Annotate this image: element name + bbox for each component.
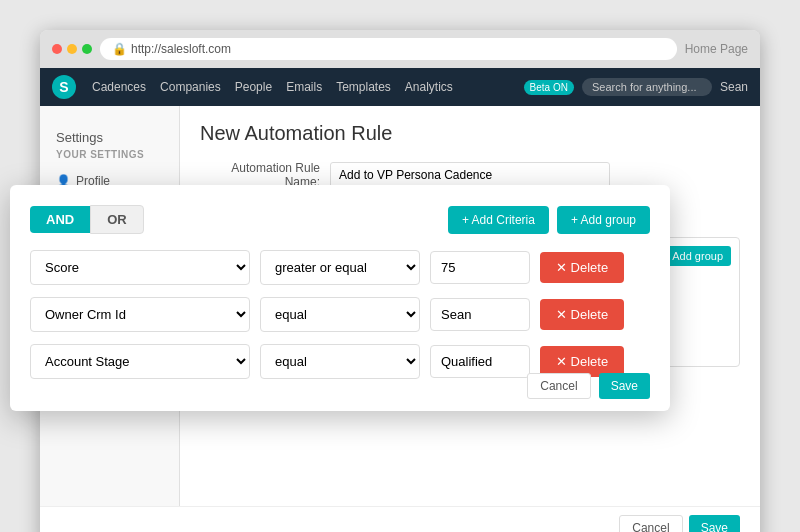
overlay-cancel-button[interactable]: Cancel — [527, 373, 590, 399]
page-title: New Automation Rule — [200, 122, 740, 145]
nav-right: Beta ON Search for anything... Sean — [524, 78, 748, 96]
nav-emails[interactable]: Emails — [286, 80, 322, 94]
overlay-save-button[interactable]: Save — [599, 373, 650, 399]
overlay-criteria-row-0: Score greater or equal ✕ Delete — [30, 250, 650, 285]
beta-toggle[interactable]: Beta ON — [524, 80, 574, 95]
overlay-value-input-0[interactable] — [430, 251, 530, 284]
overlay-field-select-2[interactable]: Account Stage — [30, 344, 250, 379]
overlay-value-input-2[interactable] — [430, 345, 530, 378]
cancel-button-bg[interactable]: Cancel — [619, 515, 682, 532]
browser-toolbar: 🔒 http://salesloft.com Home Page — [40, 30, 760, 68]
nav-companies[interactable]: Companies — [160, 80, 221, 94]
app-navbar: S Cadences Companies People Emails Templ… — [40, 68, 760, 106]
overlay-or-button[interactable]: OR — [90, 205, 144, 234]
beta-label: Beta ON — [530, 82, 568, 93]
search-bar[interactable]: Search for anything... — [582, 78, 712, 96]
overlay-and-or-row: AND OR + Add Criteria + Add group — [30, 205, 650, 234]
overlay-add-group-button[interactable]: + Add group — [557, 206, 650, 234]
maximize-dot[interactable] — [82, 44, 92, 54]
overlay-operator-select-1[interactable]: equal — [260, 297, 420, 332]
close-dot[interactable] — [52, 44, 62, 54]
overlay-field-select-0[interactable]: Score — [30, 250, 250, 285]
nav-cadences[interactable]: Cadences — [92, 80, 146, 94]
overlay-add-criteria-button[interactable]: + Add Criteria — [448, 206, 549, 234]
minimize-dot[interactable] — [67, 44, 77, 54]
overlay-and-button[interactable]: AND — [30, 206, 90, 233]
bottom-actions-bg: Cancel Save — [40, 506, 760, 532]
url-text: http://salesloft.com — [131, 42, 231, 56]
settings-breadcrumb: Settings — [40, 122, 179, 149]
nav-user[interactable]: Sean — [720, 80, 748, 94]
home-label: Home Page — [685, 42, 748, 56]
lock-icon: 🔒 — [112, 42, 127, 56]
overlay-operator-select-2[interactable]: equal — [260, 344, 420, 379]
app-logo[interactable]: S — [52, 75, 76, 99]
nav-templates[interactable]: Templates — [336, 80, 391, 94]
window-controls — [52, 44, 92, 54]
overlay-delete-button-1[interactable]: ✕ Delete — [540, 299, 624, 330]
nav-people[interactable]: People — [235, 80, 272, 94]
save-button-bg[interactable]: Save — [689, 515, 740, 532]
search-placeholder: Search for anything... — [592, 81, 697, 93]
url-bar[interactable]: 🔒 http://salesloft.com — [100, 38, 677, 60]
overlay-delete-button-0[interactable]: ✕ Delete — [540, 252, 624, 283]
overlay-add-buttons: + Add Criteria + Add group — [448, 206, 650, 234]
nav-items: Cadences Companies People Emails Templat… — [92, 80, 453, 94]
overlay-field-select-1[interactable]: Owner Crm Id — [30, 297, 250, 332]
nav-analytics[interactable]: Analytics — [405, 80, 453, 94]
overlay-operator-select-0[interactable]: greater or equal — [260, 250, 420, 285]
overlay-value-input-1[interactable] — [430, 298, 530, 331]
overlay-action-buttons: Cancel Save — [527, 373, 650, 399]
criteria-overlay: AND OR + Add Criteria + Add group Score … — [10, 185, 670, 411]
your-settings-heading: YOUR SETTINGS — [40, 149, 179, 168]
overlay-criteria-row-1: Owner Crm Id equal ✕ Delete — [30, 297, 650, 332]
